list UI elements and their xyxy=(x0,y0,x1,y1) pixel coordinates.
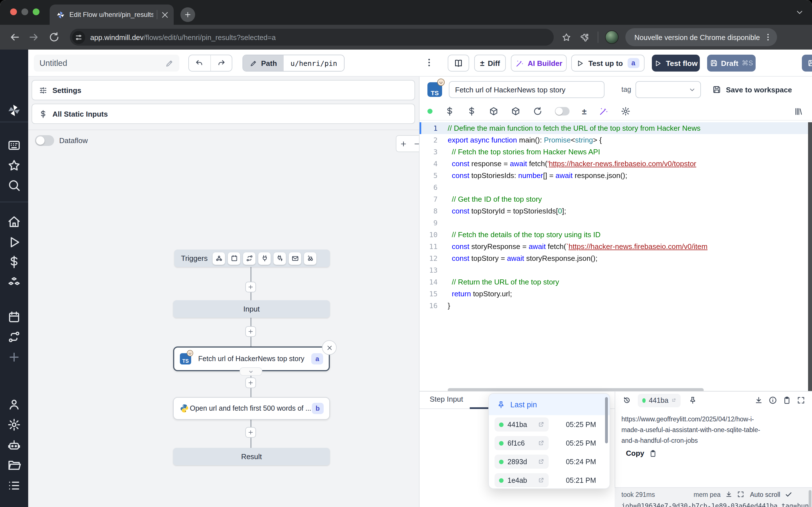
address-bar[interactable]: app.windmill.dev/flows/edit/u/henri/pin_… xyxy=(70,29,554,46)
webhook-trigger-button[interactable] xyxy=(213,252,225,265)
pin-history-item[interactable]: 6f1c605:25 PM xyxy=(489,434,610,452)
external-link-icon[interactable] xyxy=(538,440,544,446)
sidebar-item-variables[interactable] xyxy=(7,255,21,269)
browser-tab[interactable]: Edit Flow u/henri/pin_results xyxy=(50,4,174,25)
docs-button[interactable] xyxy=(448,55,469,71)
bookmark-star-icon[interactable] xyxy=(562,33,571,42)
pin-result-button[interactable] xyxy=(689,396,697,404)
insert-resource[interactable] xyxy=(467,107,476,116)
back-button[interactable] xyxy=(9,32,20,43)
clipboard-result-icon[interactable] xyxy=(783,396,791,404)
log-vertical-scrollbar[interactable] xyxy=(809,490,811,507)
expand-step-button[interactable] xyxy=(240,367,262,376)
dependencies[interactable] xyxy=(511,107,520,116)
new-tab-button[interactable] xyxy=(181,7,195,22)
sidebar-item-flows[interactable] xyxy=(7,330,21,344)
kafka-trigger-button[interactable] xyxy=(273,252,286,265)
email-trigger-button[interactable] xyxy=(289,252,301,265)
tab-close-icon[interactable] xyxy=(161,10,169,19)
editor-settings[interactable] xyxy=(621,107,630,116)
sidebar-item-users[interactable] xyxy=(7,398,21,411)
input-node[interactable]: Input xyxy=(173,300,330,318)
diff-toggle[interactable] xyxy=(555,107,569,115)
insert-step-button[interactable] xyxy=(245,282,256,292)
job-id-pill[interactable]: 441ba xyxy=(638,393,680,407)
schedule-trigger-button[interactable] xyxy=(228,252,240,265)
expand-result-icon[interactable] xyxy=(797,396,805,404)
insert-variable[interactable] xyxy=(445,107,455,116)
redo-button[interactable] xyxy=(210,55,232,71)
download-logs-icon[interactable] xyxy=(725,491,732,498)
sidebar-item-runs[interactable] xyxy=(7,235,21,249)
editor-vertical-scrollbar[interactable] xyxy=(808,122,812,391)
expand-logs-icon[interactable] xyxy=(737,491,744,498)
library-panel-button[interactable] xyxy=(794,103,803,121)
sidebar-item-favorites[interactable] xyxy=(7,159,21,172)
tab-search-button[interactable] xyxy=(795,8,804,17)
ai-assistant[interactable] xyxy=(599,107,608,116)
sidebar-item-audit-logs[interactable] xyxy=(7,479,21,492)
sidebar-item-search[interactable] xyxy=(7,179,21,192)
external-link-icon[interactable] xyxy=(538,421,544,428)
check-icon[interactable] xyxy=(784,491,792,498)
path-button[interactable]: Path u/henri/pin xyxy=(243,55,345,71)
zoom-in-button[interactable] xyxy=(396,136,410,152)
ai-builder-button[interactable]: AI Builder xyxy=(511,55,567,71)
zoom-window-button[interactable] xyxy=(33,8,40,15)
site-info-button[interactable] xyxy=(72,31,85,44)
editor-horizontal-scrollbar[interactable] xyxy=(448,388,704,391)
step-name-input[interactable] xyxy=(449,81,605,98)
pin-history-item[interactable]: 1e4ab05:21 PM xyxy=(489,471,610,489)
sidebar-item-folders[interactable] xyxy=(7,459,21,472)
minimize-window-button[interactable] xyxy=(21,8,28,15)
download-result-icon[interactable] xyxy=(755,396,763,404)
result-node[interactable]: Result xyxy=(173,448,330,465)
pin-id-pill[interactable]: 441ba xyxy=(495,417,549,432)
sidebar-item-windmill-logo[interactable] xyxy=(7,104,21,117)
insert-step-button[interactable] xyxy=(245,326,256,337)
test-flow-button[interactable]: Test flow xyxy=(652,55,700,71)
flow-settings-button[interactable]: Settings xyxy=(32,80,415,100)
diff-button[interactable]: ±Diff xyxy=(474,55,506,71)
test-up-to-button[interactable]: Test up toa xyxy=(571,55,645,71)
diff-icon[interactable]: ± xyxy=(582,107,587,116)
reload-button[interactable] xyxy=(49,32,60,43)
all-static-inputs-button[interactable]: All Static Inputs xyxy=(32,104,415,124)
insert-step-button[interactable] xyxy=(245,427,256,438)
flow-name-box[interactable]: Untitled xyxy=(34,55,179,71)
pin-history-item[interactable]: 441ba05:25 PM xyxy=(489,415,610,434)
code-editor[interactable]: 12345678910111213141516 // Define the ma… xyxy=(419,122,812,391)
remove-step-button[interactable] xyxy=(322,340,337,355)
websocket-trigger-button[interactable] xyxy=(258,252,271,265)
menu-scrollbar[interactable] xyxy=(605,397,608,443)
save-to-workspace-button[interactable]: Save to workspace xyxy=(712,85,792,94)
undo-button[interactable] xyxy=(189,55,210,71)
route-trigger-button[interactable] xyxy=(243,252,255,265)
sidebar-item-apps[interactable] xyxy=(7,138,21,152)
lang-status-dot[interactable] xyxy=(427,109,433,114)
sidebar-item-create[interactable] xyxy=(7,350,21,364)
tag-select[interactable] xyxy=(636,81,701,98)
sidebar-item-workspace-settings[interactable] xyxy=(7,418,21,432)
reload[interactable] xyxy=(533,107,543,116)
explore-hub[interactable] xyxy=(489,107,499,116)
insert-step-button[interactable] xyxy=(245,378,256,388)
deploy-button[interactable]: Deploy xyxy=(802,55,812,71)
sidebar-item-schedules[interactable] xyxy=(7,311,21,324)
copy-button[interactable]: Copy xyxy=(626,449,657,457)
info-result-icon[interactable] xyxy=(769,396,777,404)
tab-step-input[interactable]: Step Input xyxy=(430,395,463,408)
pin-history-item[interactable]: 2893d05:24 PM xyxy=(489,452,610,471)
last-pin-option[interactable]: Last pin xyxy=(489,394,610,415)
more-options-button[interactable] xyxy=(424,57,434,68)
dataflow-toggle[interactable] xyxy=(35,135,54,146)
external-link-icon[interactable] xyxy=(538,477,544,483)
profile-avatar[interactable] xyxy=(605,31,619,44)
chrome-update-button[interactable]: Nouvelle version de Chrome disponible xyxy=(625,28,777,46)
external-link-icon[interactable] xyxy=(672,397,676,403)
pin-id-pill[interactable]: 6f1c6 xyxy=(495,436,549,450)
history-icon[interactable] xyxy=(622,396,631,404)
external-link-icon[interactable] xyxy=(538,459,544,465)
kebab-menu-icon[interactable] xyxy=(763,33,772,42)
pin-id-pill[interactable]: 2893d xyxy=(495,455,549,469)
